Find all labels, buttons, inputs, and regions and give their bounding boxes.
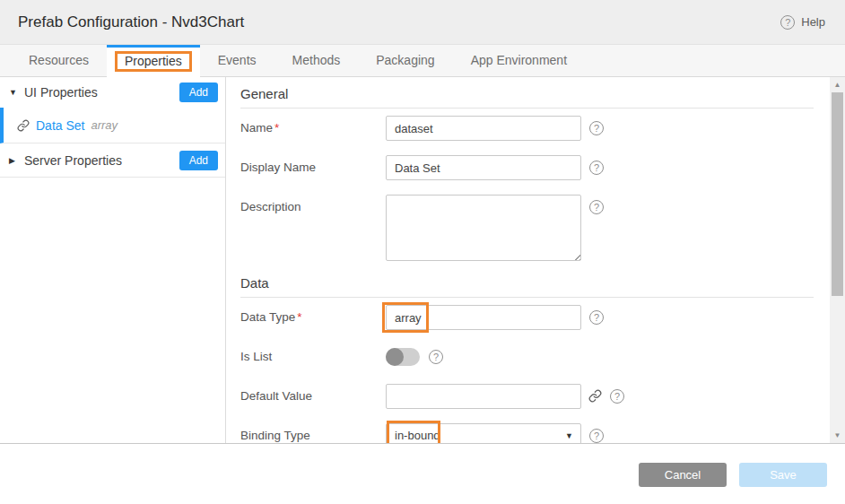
save-button[interactable]: Save [739, 463, 827, 487]
required-asterisk: * [297, 310, 301, 324]
add-server-property-button[interactable]: Add [179, 151, 218, 170]
display-name-input[interactable] [386, 155, 581, 180]
dialog-header: Prefab Configuration - Nvd3Chart ? Help [0, 0, 845, 45]
server-properties-group-header[interactable]: ▶ Server Properties Add [0, 143, 225, 178]
vertical-scrollbar[interactable]: ▲ ▼ [830, 77, 845, 443]
name-label: Name* [240, 116, 386, 141]
ui-properties-label: UI Properties [24, 85, 179, 100]
default-value-input[interactable] [386, 384, 581, 409]
help-label: Help [801, 15, 825, 29]
scroll-up-arrow-icon[interactable]: ▲ [830, 78, 845, 91]
display-name-row: Display Name ? [240, 155, 814, 180]
dialog-body: ▼ UI Properties Add Data Set array ▶ Ser… [0, 77, 845, 443]
default-value-label: Default Value [240, 384, 386, 409]
tab-app-environment[interactable]: App Environment [453, 45, 585, 76]
help-circle-icon[interactable]: ? [429, 350, 443, 364]
scrollbar-thumb[interactable] [832, 92, 843, 296]
help-circle-icon[interactable]: ? [589, 429, 604, 443]
is-list-row: Is List ? [240, 344, 814, 369]
data-type-row: Data Type* ? [240, 305, 814, 330]
ui-properties-group-header[interactable]: ▼ UI Properties Add [0, 77, 225, 108]
prefab-configuration-dialog: Prefab Configuration - Nvd3Chart ? Help … [0, 0, 845, 504]
tab-bar: Resources Properties Events Methods Pack… [0, 45, 845, 77]
dialog-footer: Cancel Save [0, 443, 845, 504]
scroll-down-arrow-icon[interactable]: ▼ [830, 429, 845, 442]
display-name-label: Display Name [240, 155, 386, 180]
server-properties-label: Server Properties [24, 153, 179, 168]
help-circle-icon[interactable]: ? [589, 310, 604, 325]
dropdown-caret-icon: ▼ [565, 424, 573, 443]
description-textarea[interactable] [386, 195, 581, 261]
is-list-toggle[interactable] [386, 348, 420, 366]
help-circle-icon[interactable]: ? [589, 121, 604, 135]
help-circle-icon[interactable]: ? [610, 389, 624, 404]
description-row: Description ? [240, 195, 814, 261]
tab-properties[interactable]: Properties [107, 45, 200, 77]
chevron-right-icon: ▶ [9, 156, 24, 165]
page-title: Prefab Configuration - Nvd3Chart [18, 13, 244, 31]
tab-packaging[interactable]: Packaging [358, 45, 452, 76]
bind-link-icon[interactable] [588, 389, 602, 403]
description-label: Description [240, 195, 386, 261]
property-name: Data Set [36, 118, 84, 133]
section-title-general: General [240, 86, 814, 109]
help-button[interactable]: ? Help [780, 15, 825, 30]
toggle-knob [386, 348, 404, 366]
binding-type-row: Binding Type in-bound ▼ ? [240, 423, 814, 443]
tab-resources[interactable]: Resources [11, 45, 107, 76]
required-asterisk: * [274, 121, 279, 135]
add-ui-property-button[interactable]: Add [179, 83, 218, 102]
cancel-button[interactable]: Cancel [639, 463, 727, 487]
name-input[interactable] [386, 116, 581, 141]
sidebar-item-dataset[interactable]: Data Set array [0, 108, 225, 143]
tab-events[interactable]: Events [200, 45, 274, 76]
section-title-data: Data [240, 275, 814, 298]
name-row: Name* ? [240, 116, 814, 141]
binding-type-select[interactable]: in-bound ▼ [386, 423, 581, 443]
default-value-row: Default Value ? [240, 384, 814, 409]
bind-link-icon [17, 119, 30, 132]
properties-sidebar: ▼ UI Properties Add Data Set array ▶ Ser… [0, 77, 226, 443]
is-list-label: Is List [240, 344, 386, 369]
binding-type-label: Binding Type [240, 423, 386, 443]
property-form: General Name* ? Display Name ? Descripti [226, 77, 830, 443]
data-type-input[interactable] [386, 305, 581, 330]
property-type: array [91, 118, 118, 132]
help-circle-icon[interactable]: ? [589, 161, 604, 175]
help-circle-icon: ? [780, 15, 795, 30]
tab-methods[interactable]: Methods [274, 45, 359, 76]
binding-type-value: in-bound [395, 429, 440, 442]
help-circle-icon[interactable]: ? [589, 200, 604, 214]
data-type-label: Data Type* [240, 305, 386, 330]
chevron-down-icon: ▼ [9, 88, 24, 97]
